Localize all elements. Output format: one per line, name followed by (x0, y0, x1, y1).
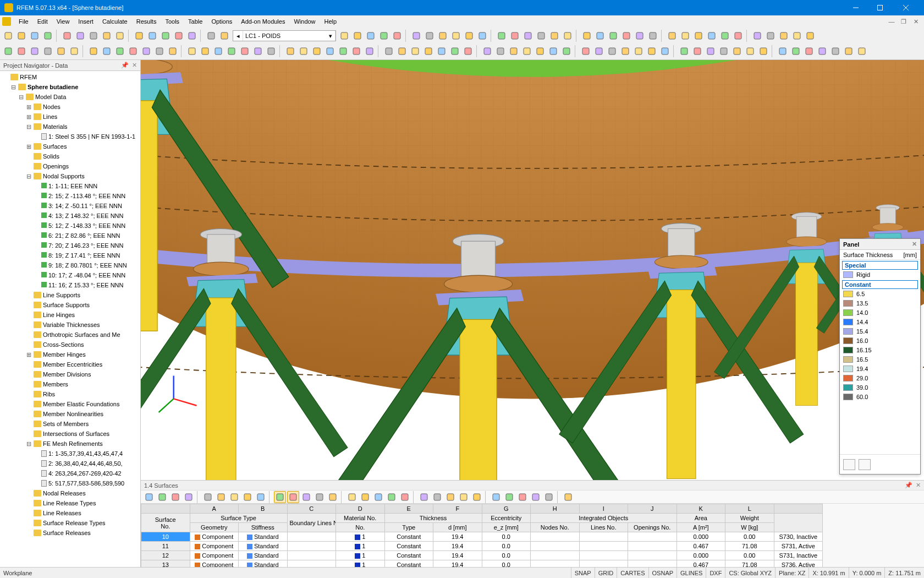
tool-r1a-2[interactable] (29, 30, 41, 42)
tool-r2-40[interactable] (560, 45, 573, 57)
tool-r2-56[interactable] (790, 45, 802, 57)
menu-file[interactable]: File (14, 17, 33, 26)
tool-r1b-0[interactable] (338, 30, 350, 42)
nav-orthotropic-surfaces-and-me[interactable]: Orthotropic Surfaces and Me (2, 330, 140, 340)
nav-support-9[interactable]: 9: 18; Z 80.7801 °; EEE NNN (2, 260, 140, 270)
nav-members[interactable]: Members (2, 379, 140, 389)
maximize-button[interactable] (868, 0, 892, 15)
tool-r1a-8[interactable] (114, 30, 126, 42)
tool-r1b-33[interactable] (804, 30, 816, 42)
tool-r2-38[interactable] (534, 45, 546, 57)
tool-r1b-1[interactable] (351, 30, 364, 42)
mdi-minimize[interactable]: — (886, 18, 898, 25)
nav-support-8[interactable]: 8: 19; Z 17.41 °; EEE NNN (2, 250, 140, 260)
lc-dropdown-icon[interactable]: ▾ (326, 31, 336, 41)
menu-insert[interactable]: Insert (74, 17, 98, 26)
tool-r2-47[interactable] (659, 45, 671, 57)
tool-r1a-13[interactable] (186, 30, 198, 42)
nav-lines[interactable]: ⊞Lines (2, 112, 140, 122)
nav-surface-release-types[interactable]: Surface Release Types (2, 518, 140, 528)
nav-support-1[interactable]: 1: 1-11; EEE NNN (2, 181, 140, 191)
tool-r1b-22[interactable] (647, 30, 659, 42)
tool-r1b-24[interactable] (679, 30, 691, 42)
table-tool-13[interactable] (327, 491, 339, 503)
table-tool-28[interactable] (543, 491, 555, 503)
load-case-selector[interactable]: ◂ LC1 - POIDS ▾ (233, 30, 336, 41)
nav-support-6[interactable]: 6: 21; Z 82.86 °; EEE NNN (2, 231, 140, 241)
menu-help[interactable]: Help (320, 17, 342, 26)
menu-window[interactable]: Window (289, 17, 320, 26)
nav-openings[interactable]: Openings (2, 161, 140, 171)
nav-sets-of-members[interactable]: Sets of Members (2, 419, 140, 429)
nav-fe-mesh[interactable]: ⊟FE Mesh Refinements (2, 439, 140, 449)
menu-table[interactable]: Table (184, 17, 207, 26)
panel-close-icon[interactable]: ✕ (912, 241, 917, 248)
status-toggle-dxf[interactable]: DXF (706, 568, 725, 579)
nav-member-hinges[interactable]: ⊞Member Hinges (2, 350, 140, 359)
tool-r1b-25[interactable] (692, 30, 705, 42)
tool-r2-24[interactable] (337, 45, 349, 57)
tool-r2-42[interactable] (593, 45, 605, 57)
tool-r1a-7[interactable] (101, 30, 113, 42)
tool-r2-5[interactable] (68, 45, 80, 57)
nav-material-1[interactable]: 1: Steel S 355 | NF EN 1993-1-1 (2, 132, 140, 141)
menu-view[interactable]: View (52, 17, 74, 26)
nav-line-supports[interactable]: Line Supports (2, 290, 140, 300)
nav-project[interactable]: ⊟Sphere butadiene (2, 82, 140, 92)
tool-r2-28[interactable] (396, 45, 408, 57)
tool-r1b-28[interactable] (732, 30, 744, 42)
tool-r1b-23[interactable] (666, 30, 678, 42)
tool-r1b-29[interactable] (751, 30, 763, 42)
navigator-tree[interactable]: RFEM⊟Sphere butadiene⊟Model Data⊞Nodes⊞L… (0, 71, 140, 569)
table-tool-3[interactable] (183, 491, 195, 503)
tool-r1b-18[interactable] (594, 30, 606, 42)
tool-r2-41[interactable] (580, 45, 592, 57)
nav-member-nonlinearities[interactable]: Member Nonlinearities (2, 409, 140, 419)
status-toggle-snap[interactable]: SNAP (571, 568, 595, 579)
menu-tools[interactable]: Tools (161, 17, 184, 26)
nav-surfaces[interactable]: ⊞Surfaces (2, 141, 140, 151)
menu-edit[interactable]: Edit (33, 17, 52, 26)
tool-r2-52[interactable] (731, 45, 743, 57)
tool-r1b-14[interactable] (535, 30, 547, 42)
nav-rfem[interactable]: RFEM (2, 72, 140, 82)
tool-r1b-19[interactable] (607, 30, 619, 42)
tool-r1a-15[interactable] (218, 30, 230, 42)
table-tool-9[interactable] (274, 491, 286, 503)
close-button[interactable] (892, 0, 920, 15)
table-tool-22[interactable] (458, 491, 470, 503)
panel-mode-2[interactable] (859, 459, 871, 470)
nav-support-10[interactable]: 10: 17; Z -48.04 °; EEE NNN (2, 270, 140, 280)
tool-r2-35[interactable] (494, 45, 507, 57)
table-tool-0[interactable] (143, 491, 155, 503)
tool-r1b-10[interactable] (476, 30, 488, 42)
tool-r2-12[interactable] (167, 45, 179, 57)
tool-r2-1[interactable] (15, 45, 28, 57)
nav-solids[interactable]: Solids (2, 151, 140, 161)
nav-ribs[interactable]: Ribs (2, 389, 140, 399)
tool-r2-49[interactable] (691, 45, 703, 57)
tool-r2-45[interactable] (632, 45, 645, 57)
tool-r1b-26[interactable] (706, 30, 718, 42)
tool-r1a-4[interactable] (61, 30, 73, 42)
lc-prev-icon[interactable]: ◂ (233, 31, 243, 41)
nav-intersections-of-surfaces[interactable]: Intersections of Surfaces (2, 429, 140, 439)
table-tool-27[interactable] (530, 491, 542, 503)
nav-fe-3[interactable]: 4: 263,264,267-269,420-42 (2, 468, 140, 478)
mdi-close[interactable]: ✕ (910, 18, 922, 25)
table-tool-10[interactable] (287, 491, 299, 503)
tool-r1a-11[interactable] (160, 30, 172, 42)
table-close-icon[interactable]: ✕ (916, 482, 921, 489)
nav-model-data[interactable]: ⊟Model Data (2, 92, 140, 102)
tool-r2-53[interactable] (744, 45, 756, 57)
tool-r1a-3[interactable] (42, 30, 54, 42)
tool-r2-30[interactable] (422, 45, 435, 57)
tool-r2-37[interactable] (521, 45, 533, 57)
tool-r2-19[interactable] (265, 45, 277, 57)
minimize-button[interactable] (844, 0, 868, 15)
nav-support-11[interactable]: 11: 16; Z 15.33 °; EEE NNN (2, 280, 140, 290)
table-tool-20[interactable] (431, 491, 443, 503)
panel-mode-1[interactable] (843, 459, 855, 470)
status-toggle-glines[interactable]: GLINES (676, 568, 706, 579)
tool-r2-34[interactable] (481, 45, 493, 57)
